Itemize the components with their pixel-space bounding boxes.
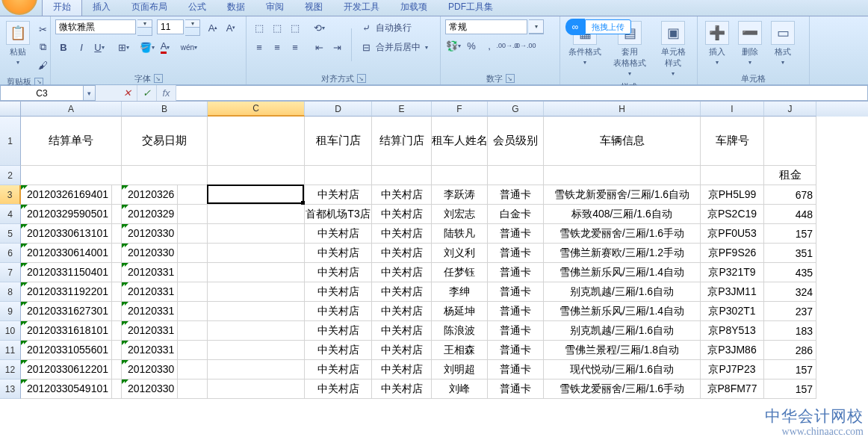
cell[interactable] xyxy=(305,166,372,185)
cell[interactable] xyxy=(208,263,305,282)
cell[interactable] xyxy=(208,185,305,205)
cell[interactable]: 刘义利 xyxy=(432,244,488,263)
cell[interactable]: 雪铁龙爱丽舍/三厢/1.6手动 xyxy=(544,379,701,399)
cell[interactable]: 王相森 xyxy=(432,341,488,360)
cell[interactable]: 雪佛兰新赛欧/三厢/1.2手动 xyxy=(544,244,701,263)
col-header-B[interactable]: B xyxy=(122,102,208,117)
cell[interactable]: 京PJ7P23 xyxy=(701,360,764,379)
border-button[interactable]: ⊞▾ xyxy=(115,39,131,55)
cancel-button[interactable]: ✕ xyxy=(118,85,137,101)
cell[interactable]: 车牌号 xyxy=(701,117,764,166)
cell[interactable]: 20120326 xyxy=(125,185,178,205)
cell[interactable]: 普通卡 xyxy=(488,341,544,360)
cell[interactable]: 现代悦动/三厢/1.6自动 xyxy=(544,360,701,379)
font-size-input[interactable] xyxy=(157,19,184,34)
merge-center-button[interactable]: ⊟合并后居中▾ xyxy=(358,39,428,55)
fill-color-button[interactable]: 🪣▾ xyxy=(139,39,155,55)
cell[interactable]: 雪佛兰新乐风/三厢/1.4自动 xyxy=(544,263,701,282)
cell[interactable]: 20120331 xyxy=(125,341,178,360)
fx-button[interactable]: fx xyxy=(157,85,176,101)
copy-button[interactable]: ⧉ xyxy=(34,39,51,55)
tab-0[interactable]: 开始 xyxy=(42,0,82,16)
font-color-button[interactable]: A▾ xyxy=(157,39,173,55)
cell[interactable]: 157 xyxy=(764,360,816,379)
tab-3[interactable]: 公式 xyxy=(178,0,217,16)
cell[interactable]: 白金卡 xyxy=(488,205,544,224)
cell[interactable]: 雪铁龙爱丽舍/三厢/1.6手动 xyxy=(544,224,701,244)
cell[interactable]: 租车门店 xyxy=(305,117,372,166)
cell[interactable]: 京PH5L99 xyxy=(701,185,764,205)
cell[interactable] xyxy=(701,166,764,185)
cell[interactable]: 20120331055601 xyxy=(24,341,112,360)
cell[interactable]: 普通卡 xyxy=(488,263,544,282)
row-header-2[interactable]: 2 xyxy=(0,166,21,185)
cell[interactable]: 20120331618101 xyxy=(24,321,112,341)
delete-cells-button[interactable]: ➖删除▾ xyxy=(735,19,765,67)
tab-6[interactable]: 视图 xyxy=(294,0,333,16)
cell[interactable]: 中关村店 xyxy=(372,341,432,360)
align-center-button[interactable]: ≡ xyxy=(269,39,285,55)
col-header-D[interactable]: D xyxy=(305,102,372,117)
cell[interactable] xyxy=(208,244,305,263)
cell[interactable]: 标致408/三厢/1.6自动 xyxy=(544,205,701,224)
increase-decimal-button[interactable]: .00→.0 xyxy=(499,37,515,54)
font-name-dropdown[interactable]: ▾ xyxy=(137,20,152,28)
tab-9[interactable]: PDF工具集 xyxy=(438,0,503,16)
row-header-1[interactable]: 1 xyxy=(0,117,21,166)
row-header-6[interactable]: 6 xyxy=(0,244,21,263)
cell[interactable]: 京PF9S26 xyxy=(701,244,764,263)
cell[interactable]: 20120330549101 xyxy=(24,379,112,399)
cell[interactable]: 会员级别 xyxy=(488,117,544,166)
cell[interactable] xyxy=(372,166,432,185)
cell[interactable] xyxy=(208,360,305,379)
row-header-12[interactable]: 12 xyxy=(0,360,21,379)
cell[interactable]: 京P302T1 xyxy=(701,302,764,321)
comma-button[interactable]: , xyxy=(481,37,497,54)
row-header-13[interactable]: 13 xyxy=(0,379,21,399)
name-box[interactable]: C3 xyxy=(0,85,84,101)
cell[interactable]: 刘峰 xyxy=(432,379,488,399)
cell[interactable] xyxy=(488,166,544,185)
cell[interactable]: 20120330614001 xyxy=(24,244,112,263)
align-right-button[interactable]: ≡ xyxy=(287,39,303,55)
cell[interactable]: 普通卡 xyxy=(488,321,544,341)
row-header-10[interactable]: 10 xyxy=(0,321,21,341)
cell[interactable]: 中关村店 xyxy=(372,244,432,263)
cell[interactable]: 中关村店 xyxy=(372,263,432,282)
cell[interactable]: 中关村店 xyxy=(372,205,432,224)
cell-styles-button[interactable]: ▣单元格 样式▾ xyxy=(654,19,692,78)
cell[interactable]: 普通卡 xyxy=(488,360,544,379)
cut-button[interactable]: ✂ xyxy=(34,21,51,37)
italic-button[interactable]: I xyxy=(73,39,90,55)
cell[interactable]: 20120331 xyxy=(125,282,178,302)
tab-2[interactable]: 页面布局 xyxy=(121,0,178,16)
tab-8[interactable]: 加载项 xyxy=(390,0,438,16)
font-size-dropdown[interactable]: ▾ xyxy=(185,20,199,28)
cell[interactable]: 中关村店 xyxy=(305,244,372,263)
cell[interactable]: 20120331627301 xyxy=(24,302,112,321)
orientation-button[interactable]: ⟲▾ xyxy=(311,19,327,36)
decrease-font-button[interactable]: A▾ xyxy=(223,19,239,36)
cell[interactable]: 324 xyxy=(764,282,816,302)
insert-cells-button[interactable]: ➕插入▾ xyxy=(702,19,732,67)
upload-tag[interactable]: ∞ 拖拽上传 xyxy=(565,19,631,35)
wrap-text-button[interactable]: ⤶自动换行 xyxy=(358,19,428,36)
row-header-4[interactable]: 4 xyxy=(0,205,21,224)
accounting-format-button[interactable]: 💱▾ xyxy=(445,37,462,54)
col-header-C[interactable]: C xyxy=(208,102,305,117)
cell[interactable] xyxy=(544,166,701,185)
cell[interactable]: 中关村店 xyxy=(372,185,432,205)
cell[interactable]: 448 xyxy=(764,205,816,224)
format-painter-button[interactable]: 🖌 xyxy=(34,57,51,73)
cell[interactable]: 20120330613101 xyxy=(24,224,112,244)
cell[interactable]: 中关村店 xyxy=(305,263,372,282)
cell[interactable] xyxy=(208,341,305,360)
cell[interactable]: 中关村店 xyxy=(305,185,372,205)
cell[interactable]: 20120330 xyxy=(125,360,178,379)
cell[interactable]: 普通卡 xyxy=(488,224,544,244)
percent-button[interactable]: % xyxy=(463,37,480,54)
number-format-dropdown[interactable]: ▾ xyxy=(529,20,543,34)
cell[interactable]: 别克凯越/三厢/1.6自动 xyxy=(544,321,701,341)
font-name-input[interactable] xyxy=(55,19,136,34)
cell[interactable]: 普通卡 xyxy=(488,244,544,263)
